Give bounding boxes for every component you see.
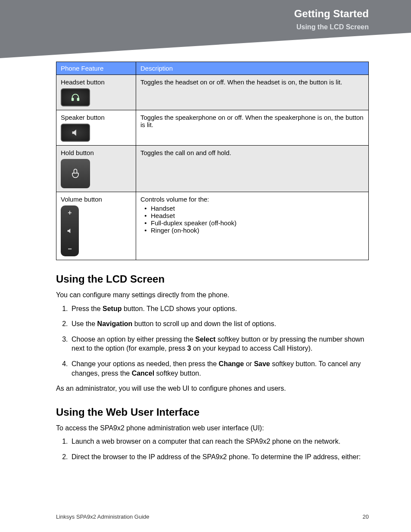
table-row: Hold button Toggles the call on and off … xyxy=(56,146,369,192)
feature-description: Toggles the speakerphone on or off. When… xyxy=(136,110,369,146)
section-title: Using the LCD Screen xyxy=(0,23,411,31)
list-item: Headset xyxy=(140,212,364,219)
feature-description: Toggles the call on and off hold. xyxy=(136,146,369,192)
feature-description: Toggles the headset on or off. When the … xyxy=(136,75,369,110)
heading-web-ui: Using the Web User Interface xyxy=(56,406,369,418)
paragraph: You can configure many settings directly… xyxy=(56,290,369,300)
page-footer: Linksys SPA9x2 Administration Guide 20 xyxy=(56,513,369,520)
list-item: Press the Setup button. The LCD shows yo… xyxy=(70,304,369,314)
feature-label: Headset button xyxy=(61,78,131,86)
headset-button-icon xyxy=(61,88,90,106)
minus-icon: − xyxy=(68,245,72,253)
footer-title: Linksys SPA9x2 Administration Guide xyxy=(56,513,149,520)
feature-label: Speaker button xyxy=(61,114,131,121)
speaker-button-icon xyxy=(61,124,90,142)
plus-icon: + xyxy=(68,209,72,217)
chapter-title: Getting Started xyxy=(0,8,411,20)
feature-label: Volume button xyxy=(61,196,131,203)
feature-description: Controls volume for the: Handset Headset… xyxy=(136,192,369,260)
column-header-description: Description xyxy=(136,62,369,75)
list-item: Handset xyxy=(140,205,364,212)
paragraph: To access the SPA9x2 phone administratio… xyxy=(56,423,369,433)
paragraph: As an administrator, you will use the we… xyxy=(56,384,369,393)
page-content: Phone Feature Description Headset button… xyxy=(0,62,411,462)
feature-label: Hold button xyxy=(61,149,131,156)
list-item: Direct the browser to the IP address of … xyxy=(70,452,369,462)
page-number: 20 xyxy=(363,513,369,520)
table-row: Speaker button Toggles the speakerphone … xyxy=(56,110,369,146)
column-header-feature: Phone Feature xyxy=(56,62,136,75)
list-item: Choose an option by either pressing the … xyxy=(70,335,369,353)
volume-button-icon: + − xyxy=(61,205,79,256)
steps-list: Launch a web browser on a computer that … xyxy=(56,437,369,461)
table-row: Headset button Toggles the headset on or… xyxy=(56,75,369,110)
feature-table: Phone Feature Description Headset button… xyxy=(56,62,369,260)
table-row: Volume button + − Controls volume for th… xyxy=(56,192,369,260)
svg-rect-1 xyxy=(78,98,79,101)
list-item: Change your options as needed, then pres… xyxy=(70,359,369,378)
svg-rect-0 xyxy=(72,98,74,101)
list-item: Use the Navigation button to scroll up a… xyxy=(70,319,369,329)
list-item: Ringer (on-hook) xyxy=(140,227,364,234)
list-item: Launch a web browser on a computer that … xyxy=(70,437,369,446)
hold-button-icon xyxy=(61,159,90,188)
list-item: Full-duplex speaker (off-hook) xyxy=(140,219,364,227)
steps-list: Press the Setup button. The LCD shows yo… xyxy=(56,304,369,378)
heading-lcd: Using the LCD Screen xyxy=(56,273,369,285)
page-header: Getting Started Using the LCD Screen xyxy=(0,0,411,58)
